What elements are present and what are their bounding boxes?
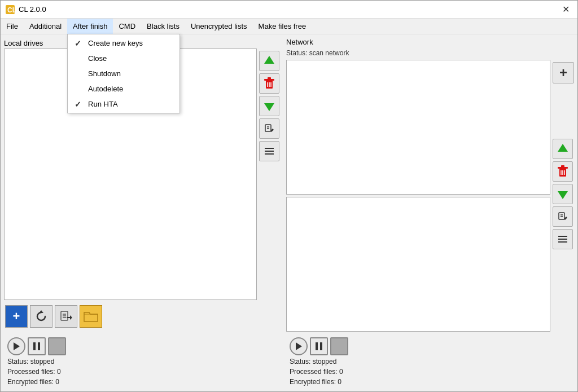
network-arrow-down-icon	[557, 188, 569, 200]
arrow-down-icon	[263, 100, 275, 112]
add-drive-button[interactable]: +	[5, 305, 28, 328]
network-top-list[interactable]	[286, 60, 550, 195]
trash-icon	[263, 77, 275, 90]
list-icon	[264, 146, 275, 157]
svg-rect-24	[38, 342, 40, 350]
svg-rect-13	[265, 148, 274, 149]
network-status: Status: scan network	[286, 49, 574, 58]
left-processed-text: Processed files: 0	[7, 367, 276, 377]
svg-rect-14	[265, 151, 274, 152]
pause-button-left[interactable]	[28, 337, 46, 355]
menu-close[interactable]: Close	[68, 51, 179, 66]
left-toolbar: +	[4, 300, 279, 332]
right-playback	[290, 336, 571, 356]
export-icon	[59, 309, 73, 324]
svg-marker-39	[296, 342, 302, 350]
play-button-left[interactable]	[7, 337, 25, 355]
right-status-text: Status: stopped	[290, 356, 571, 367]
network-top-area: +	[286, 60, 574, 332]
menu-cmd[interactable]: CMD	[113, 19, 141, 34]
move-down-button[interactable]	[259, 96, 279, 116]
network-lists	[286, 60, 550, 332]
right-processed-text: Processed files: 0	[290, 367, 571, 377]
export-button[interactable]	[55, 305, 77, 328]
network-list-icon	[557, 234, 568, 245]
network-delete-button[interactable]	[553, 161, 573, 182]
pause-icon-left	[33, 342, 41, 351]
network-list-button[interactable]	[553, 229, 573, 249]
title-bar: CL CL 2.0.0 ✕	[1, 1, 577, 19]
left-status-text: Status: stopped	[7, 356, 276, 367]
left-status-bar: Status: stopped Processed files: 0 Encry…	[4, 334, 279, 388]
menu-shutdown[interactable]: Shutdown	[68, 66, 179, 81]
svg-marker-25	[558, 144, 568, 152]
svg-rect-41	[320, 342, 322, 350]
menu-create-new-keys[interactable]: ✓ Create new keys	[68, 36, 179, 51]
network-move-up-button[interactable]	[553, 139, 573, 159]
main-window: CL CL 2.0.0 ✕ File Additional After fini…	[0, 0, 578, 392]
svg-marker-22	[14, 342, 20, 350]
svg-marker-21	[70, 315, 72, 320]
edit-icon	[264, 123, 275, 134]
refresh-button[interactable]	[30, 305, 52, 328]
after-finish-dropdown: ✓ Create new keys Close Shutdown Autodel…	[67, 34, 180, 113]
network-edit-button[interactable]	[553, 206, 573, 227]
network-trash-icon	[557, 165, 569, 178]
svg-rect-37	[558, 239, 567, 240]
menu-make-files-free[interactable]: Make files free	[253, 19, 312, 34]
menu-run-hta[interactable]: ✓ Run HTA	[68, 96, 179, 112]
play-button-right[interactable]	[290, 337, 308, 355]
svg-text:CL: CL	[7, 6, 15, 14]
folder-button[interactable]	[80, 305, 102, 328]
pause-button-right[interactable]	[310, 337, 328, 355]
move-up-button[interactable]	[259, 51, 279, 71]
folder-icon	[84, 310, 98, 323]
local-drives-btn-column	[259, 49, 279, 300]
play-icon-right	[295, 342, 303, 351]
stop-button-left[interactable]	[48, 337, 66, 355]
check-create-new-keys: ✓	[75, 39, 81, 48]
network-bottom-list[interactable]	[286, 197, 550, 332]
svg-marker-32	[558, 191, 568, 199]
edit-button[interactable]	[259, 118, 279, 139]
delete-button[interactable]	[259, 73, 279, 94]
menubar: File Additional After finish ✓ Create ne…	[1, 19, 577, 34]
list-button[interactable]	[259, 141, 279, 161]
left-playback	[7, 336, 276, 356]
network-arrow-up-icon	[557, 143, 569, 155]
svg-rect-15	[265, 153, 274, 155]
menu-file[interactable]: File	[1, 19, 24, 34]
network-btn-column: +	[553, 60, 574, 332]
network-move-down-button[interactable]	[553, 184, 573, 204]
check-run-hta: ✓	[75, 100, 81, 109]
svg-rect-38	[558, 241, 567, 243]
svg-rect-36	[558, 236, 567, 237]
menu-additional[interactable]: Additional	[24, 19, 67, 34]
menu-after-finish[interactable]: After finish ✓ Create new keys Close Shu…	[67, 19, 113, 34]
app-icon: CL	[5, 5, 15, 15]
network-label: Network	[286, 38, 574, 46]
left-encrypted-text: Encrypted files: 0	[7, 377, 276, 387]
pause-icon-right	[315, 342, 323, 351]
close-button[interactable]: ✕	[559, 3, 573, 16]
svg-marker-9	[264, 103, 274, 111]
network-edit-icon	[557, 211, 568, 222]
stop-button-right[interactable]	[330, 337, 348, 355]
play-icon-left	[12, 342, 20, 351]
arrow-up-icon	[263, 55, 275, 67]
svg-rect-33	[559, 213, 564, 219]
window-title: CL 2.0.0	[19, 5, 46, 14]
svg-rect-40	[316, 342, 318, 350]
right-encrypted-text: Encrypted files: 0	[290, 377, 571, 387]
menu-black-lists[interactable]: Black lists	[141, 19, 185, 34]
menu-autodelete[interactable]: Autodelete	[68, 81, 179, 96]
title-bar-left: CL CL 2.0.0	[5, 5, 46, 15]
svg-marker-2	[264, 56, 274, 64]
refresh-icon	[34, 309, 49, 324]
svg-rect-5	[268, 77, 271, 80]
menu-unencrypted-lists[interactable]: Unencrypted lists	[185, 19, 253, 34]
network-add-button[interactable]: +	[553, 62, 574, 83]
right-status-bar: Status: stopped Processed files: 0 Encry…	[286, 334, 574, 388]
svg-rect-28	[561, 165, 564, 168]
svg-rect-23	[33, 342, 36, 350]
